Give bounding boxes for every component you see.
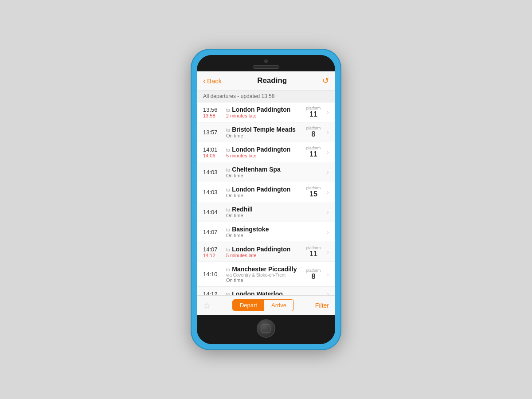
to-label: to <box>226 187 230 192</box>
destination-name: Bristol Temple Meads <box>232 126 296 133</box>
row-chevron-icon: › <box>322 290 329 295</box>
departure-row[interactable]: 14:07toBasingstokeOn time› <box>197 222 335 242</box>
arrive-tab-button[interactable]: Arrive <box>264 300 293 311</box>
to-label: to <box>226 292 230 295</box>
back-button[interactable]: ‹ Back <box>203 76 222 86</box>
departure-row[interactable]: 14:03toCheltenham SpaOn time› <box>197 162 335 182</box>
platform-label: platform <box>305 126 322 130</box>
departure-status: On time <box>226 193 302 198</box>
depart-tab-button[interactable]: Depart <box>233 300 264 311</box>
departure-row[interactable]: 14:04toRedhillOn time› <box>197 202 335 222</box>
actual-time: 14:06 <box>203 153 223 158</box>
actual-time: 13:58 <box>203 113 223 118</box>
destination-name: Cheltenham Spa <box>232 166 281 173</box>
departure-status: 5 minutes late <box>226 153 302 158</box>
scheduled-time: 13:56 <box>203 106 223 113</box>
bottom-toolbar: ☆ Depart Arrive Filter <box>197 295 335 315</box>
platform-label: platform <box>305 106 322 110</box>
platform-number: 11 <box>305 110 322 118</box>
scheduled-time: 14:12 <box>203 291 223 296</box>
row-chevron-icon: › <box>322 248 329 255</box>
destination-name: Manchester Piccadilly <box>232 266 297 273</box>
destination-name: London Paddington <box>232 186 290 193</box>
departure-status: On time <box>226 133 302 138</box>
departures-list: 13:5613:58toLondon Paddington2 minutes l… <box>197 102 335 295</box>
destination-name: London Paddington <box>232 106 290 113</box>
platform-number: 11 <box>305 150 322 158</box>
platform-number: 15 <box>305 190 322 198</box>
departure-status: 2 minutes late <box>226 113 302 118</box>
tab-buttons: Depart Arrive <box>232 299 294 311</box>
departure-row[interactable]: 13:5613:58toLondon Paddington2 minutes l… <box>197 102 335 122</box>
to-label: to <box>226 267 230 272</box>
scheduled-time: 14:07 <box>203 229 223 235</box>
to-label: to <box>226 207 230 212</box>
to-label: to <box>226 247 230 252</box>
row-chevron-icon: › <box>322 168 329 176</box>
platform-label: platform <box>305 146 322 150</box>
departure-row[interactable]: 14:03toLondon PaddingtonOn timeplatform1… <box>197 182 335 202</box>
row-chevron-icon: › <box>322 129 329 136</box>
platform-number: 8 <box>305 273 322 281</box>
departure-status: 5 minutes late <box>226 253 302 258</box>
destination-name: Basingstoke <box>232 226 269 233</box>
favorite-icon[interactable]: ☆ <box>203 300 211 311</box>
departure-row[interactable]: 13:57toBristol Temple MeadsOn timeplatfo… <box>197 122 335 142</box>
screen: ‹ Back Reading ↺ All departures - update… <box>197 71 335 315</box>
actual-time: 14:12 <box>203 253 223 258</box>
back-chevron-icon: ‹ <box>203 76 206 86</box>
scheduled-time: 13:57 <box>203 129 223 136</box>
row-chevron-icon: › <box>322 208 329 215</box>
via-text: via Coventry & Stoke-on-Trent <box>226 273 302 278</box>
platform-number: 11 <box>305 250 322 258</box>
home-button-inner <box>262 324 270 333</box>
page-title: Reading <box>257 76 287 85</box>
row-chevron-icon: › <box>322 228 329 235</box>
to-label: to <box>226 147 230 153</box>
to-label: to <box>226 107 230 113</box>
row-chevron-icon: › <box>322 188 329 196</box>
filter-button[interactable]: Filter <box>315 302 329 309</box>
refresh-button[interactable]: ↺ <box>322 76 329 86</box>
camera <box>264 59 268 63</box>
speaker <box>253 65 279 69</box>
departure-status: On time <box>226 233 302 238</box>
to-label: to <box>226 227 230 232</box>
departure-row[interactable]: 14:0114:06toLondon Paddington5 minutes l… <box>197 142 335 162</box>
back-label: Back <box>207 77 222 85</box>
platform-label: platform <box>305 268 322 273</box>
destination-name: London Waterloo <box>232 290 283 295</box>
home-button[interactable] <box>257 319 275 338</box>
nav-header: ‹ Back Reading ↺ <box>197 71 335 90</box>
status-bar: All departures - updated 13:58 <box>197 90 335 102</box>
platform-label: platform <box>305 246 322 250</box>
departure-status: On time <box>226 278 302 283</box>
destination-name: London Paddington <box>232 246 290 253</box>
scheduled-time: 14:07 <box>203 246 223 253</box>
scheduled-time: 14:01 <box>203 146 223 153</box>
destination-name: Redhill <box>232 206 253 213</box>
phone-screen: ‹ Back Reading ↺ All departures - update… <box>197 55 335 344</box>
row-chevron-icon: › <box>322 271 329 278</box>
departure-status: On time <box>226 213 302 218</box>
departure-row[interactable]: 14:10toManchester Piccadillyvia Coventry… <box>197 262 335 287</box>
departure-status: On time <box>226 173 302 178</box>
to-label: to <box>226 127 230 133</box>
departure-row[interactable]: 14:0714:12toLondon Paddington5 minutes l… <box>197 242 335 262</box>
row-chevron-icon: › <box>322 109 329 116</box>
phone-bottom <box>197 315 335 344</box>
departure-row[interactable]: 14:12toLondon Waterloo› <box>197 287 335 295</box>
scheduled-time: 14:03 <box>203 169 223 176</box>
destination-name: London Paddington <box>232 146 290 153</box>
phone-frame: ‹ Back Reading ↺ All departures - update… <box>191 49 341 350</box>
platform-number: 8 <box>305 130 322 138</box>
status-text: All departures - updated 13:58 <box>203 93 274 99</box>
scheduled-time: 14:03 <box>203 189 223 196</box>
platform-label: platform <box>305 186 322 190</box>
row-chevron-icon: › <box>322 149 329 156</box>
to-label: to <box>226 167 230 172</box>
scheduled-time: 14:04 <box>203 209 223 215</box>
phone-top-bar <box>197 55 335 71</box>
scheduled-time: 14:10 <box>203 271 223 278</box>
